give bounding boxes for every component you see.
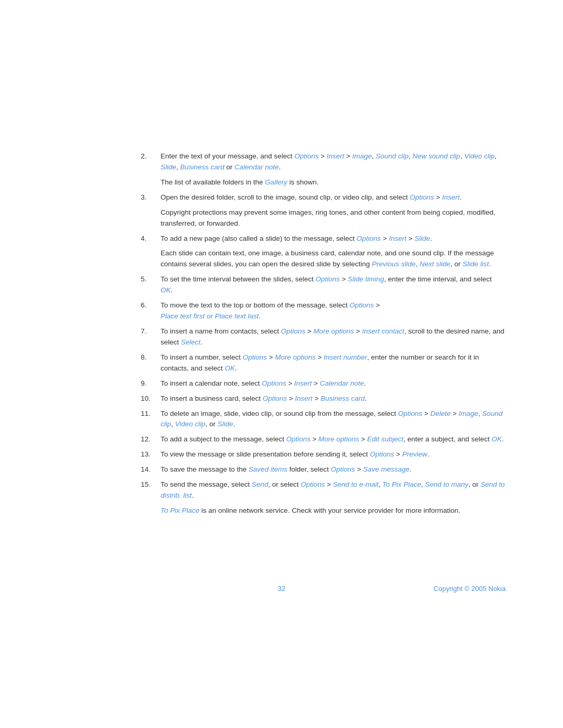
step-12-number: 12. — [141, 434, 161, 445]
link-calendar-note-9[interactable]: Calendar note — [320, 379, 364, 387]
link-to-pix-place-note[interactable]: To Pix Place — [161, 507, 200, 514]
link-calendar-note-2[interactable]: Calendar note — [235, 163, 279, 171]
link-insert-10[interactable]: Insert — [295, 394, 313, 402]
step-12-content: To add a subject to the message, select … — [161, 434, 506, 445]
link-saved-items[interactable]: Saved items — [249, 465, 287, 473]
link-sound-clip-11[interactable]: Sound clip — [161, 410, 503, 428]
link-options-5[interactable]: Options — [315, 275, 340, 283]
step-8: 8. To insert a number, select Options > … — [141, 352, 506, 374]
link-slide-list[interactable]: Slide list — [462, 260, 488, 268]
step-6-content: To move the text to the top or bottom of… — [161, 300, 506, 322]
step-13-text: To view the message or slide presentatio… — [161, 450, 429, 458]
step-14-content: To save the message to the Saved items f… — [161, 464, 506, 475]
step-10-number: 10. — [141, 393, 161, 404]
link-next-slide[interactable]: Next slide — [420, 260, 450, 268]
step-8-content: To insert a number, select Options > Mor… — [161, 352, 506, 374]
step-5-content: To set the time interval between the sli… — [161, 274, 506, 296]
link-insert-9[interactable]: Insert — [294, 379, 312, 387]
page-container: 2. Enter the text of your message, and s… — [0, 0, 563, 728]
link-delete-11[interactable]: Delete — [430, 410, 450, 417]
step-6-number: 6. — [141, 300, 161, 311]
link-sound-clip[interactable]: Sound clip — [376, 152, 409, 160]
link-place-text[interactable]: Place text first or Place text last — [161, 312, 259, 320]
link-image-11[interactable]: Image — [459, 410, 479, 417]
link-more-options-8[interactable]: More options — [275, 353, 316, 361]
link-send-15[interactable]: Send — [252, 480, 268, 488]
link-more-options-7[interactable]: More options — [313, 327, 354, 335]
link-edit-subject[interactable]: Edit subject — [367, 435, 403, 443]
step-15-text: To send the message, select Send, or sel… — [161, 480, 505, 499]
link-insert-2[interactable]: Insert — [327, 152, 345, 160]
step-7-text: To insert a name from contacts, select O… — [161, 327, 505, 346]
link-save-message[interactable]: Save message — [363, 465, 409, 473]
step-8-text: To insert a number, select Options > Mor… — [161, 353, 479, 372]
step-11-number: 11. — [141, 409, 161, 419]
link-insert-3[interactable]: Insert — [442, 193, 460, 201]
step-4-note: Each slide can contain text, one image, … — [161, 248, 506, 270]
link-options-15[interactable]: Options — [301, 480, 325, 488]
link-ok-5[interactable]: OK — [161, 286, 171, 294]
step-13: 13. To view the message or slide present… — [141, 449, 506, 460]
step-3-text: Open the desired folder, scroll to the i… — [161, 193, 461, 201]
link-insert-contact[interactable]: Insert contact — [362, 327, 404, 335]
link-options-8[interactable]: Options — [243, 353, 267, 361]
link-preview[interactable]: Preview — [402, 450, 427, 458]
step-9-number: 9. — [141, 378, 161, 389]
link-to-pix-place-15[interactable]: To Pix Place — [382, 480, 421, 488]
link-slide-timing[interactable]: Slide timing — [348, 275, 384, 283]
link-insert-number[interactable]: Insert number — [324, 353, 367, 361]
link-options-9[interactable]: Options — [262, 379, 286, 387]
link-previous-slide[interactable]: Previous slide — [372, 260, 415, 268]
step-10-content: To insert a business card, select Option… — [161, 393, 506, 404]
link-options-2[interactable]: Options — [295, 152, 319, 160]
content-area: 2. Enter the text of your message, and s… — [141, 151, 506, 521]
step-4-text: To add a new page (also called a slide) … — [161, 235, 432, 242]
step-11-text: To delete an image, slide, video clip, o… — [161, 410, 503, 428]
link-image[interactable]: Image — [352, 152, 372, 160]
step-6-text: To move the text to the top or bottom of… — [161, 301, 380, 320]
link-video-clip[interactable]: Video clip — [464, 152, 494, 160]
link-insert-4[interactable]: Insert — [389, 235, 407, 242]
step-2-text: Enter the text of your message, and sele… — [161, 152, 496, 171]
link-send-to-many[interactable]: Send to many — [425, 480, 468, 488]
step-15-number: 15. — [141, 479, 161, 490]
step-14-number: 14. — [141, 464, 161, 475]
step-2: 2. Enter the text of your message, and s… — [141, 151, 506, 173]
link-options-13[interactable]: Options — [370, 450, 394, 458]
link-gallery[interactable]: Gallery — [265, 178, 287, 186]
step-11-content: To delete an image, slide, video clip, o… — [161, 409, 506, 430]
step-15: 15. To send the message, select Send, or… — [141, 479, 506, 501]
step-5: 5. To set the time interval between the … — [141, 274, 506, 296]
link-slide-2[interactable]: Slide — [161, 163, 176, 171]
step-4-content: To add a new page (also called a slide) … — [161, 233, 506, 244]
link-send-to-email[interactable]: Send to e-mail — [333, 480, 378, 488]
step-9-content: To insert a calendar note, select Option… — [161, 378, 506, 389]
link-slide-11[interactable]: Slide — [217, 420, 233, 428]
link-options-6[interactable]: Options — [349, 301, 374, 309]
link-options-3[interactable]: Options — [410, 193, 434, 201]
step-7-content: To insert a name from contacts, select O… — [161, 326, 506, 348]
link-video-clip-11[interactable]: Video clip — [175, 420, 205, 428]
footer-copyright: Copyright © 2005 Nokia — [434, 585, 506, 593]
link-ok-12[interactable]: OK — [492, 435, 502, 443]
step-7: 7. To insert a name from contacts, selec… — [141, 326, 506, 348]
link-select-7[interactable]: Select — [181, 338, 201, 346]
step-2-number: 2. — [141, 151, 161, 162]
step-13-number: 13. — [141, 449, 161, 460]
link-options-7[interactable]: Options — [281, 327, 305, 335]
link-options-10[interactable]: Options — [263, 394, 287, 402]
link-new-sound-clip[interactable]: New sound clip — [412, 152, 460, 160]
link-options-14[interactable]: Options — [331, 465, 355, 473]
link-business-card-2[interactable]: Business card — [180, 163, 225, 171]
link-business-card-10[interactable]: Business card — [321, 394, 365, 402]
link-options-12[interactable]: Options — [286, 435, 311, 443]
link-options-4[interactable]: Options — [357, 235, 381, 242]
step-14-text: To save the message to the Saved items f… — [161, 465, 411, 473]
link-ok-8[interactable]: OK — [225, 364, 235, 372]
step-12: 12. To add a subject to the message, sel… — [141, 434, 506, 445]
link-options-11[interactable]: Options — [398, 410, 423, 417]
link-more-options-12[interactable]: More options — [319, 435, 359, 443]
step-15-note: To Pix Place is an online network servic… — [161, 505, 506, 516]
link-slide-4[interactable]: Slide — [414, 235, 430, 242]
step-10-text: To insert a business card, select Option… — [161, 394, 366, 402]
